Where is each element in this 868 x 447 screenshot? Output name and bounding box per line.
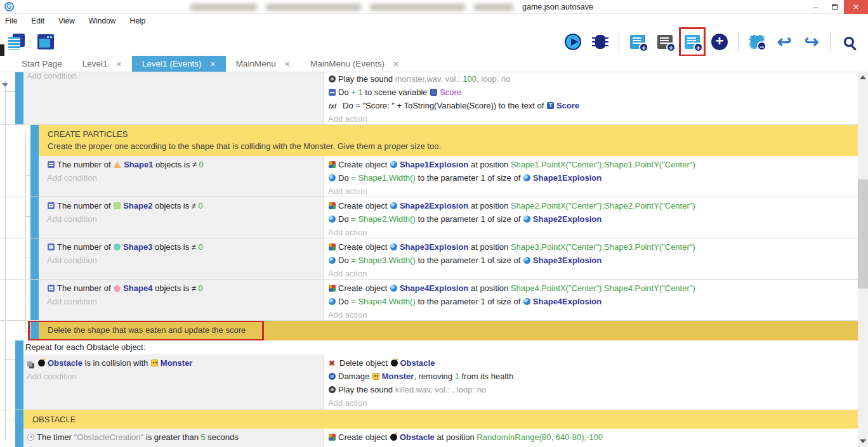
add-subevent-button[interactable]: + xyxy=(654,29,676,55)
toolbar-right: +++− xyxy=(562,29,863,55)
text-segment: at position xyxy=(468,242,511,252)
tab-close-icon[interactable]: × xyxy=(285,59,290,69)
comment-box[interactable]: Delete the shape that was eaten and upda… xyxy=(39,321,858,340)
tab-start-page[interactable]: Start Page xyxy=(11,56,72,72)
add-condition-button[interactable]: Add condition xyxy=(47,173,97,183)
scrollbar[interactable] xyxy=(858,72,868,447)
actions-cell[interactable]: Create object Shape2Explosion at positio… xyxy=(324,197,858,238)
debug-button[interactable] xyxy=(589,29,612,55)
conditions-cell[interactable]: Obstacle is in collision with MonsterAdd… xyxy=(23,354,324,410)
tab-mainmenu[interactable]: MainMenu× xyxy=(226,56,300,72)
scrollbar-thumb[interactable] xyxy=(858,179,868,288)
minimize-button[interactable]: – xyxy=(806,0,825,14)
delete-event-button[interactable]: − xyxy=(746,29,768,55)
text-segment: Shape3Explosion xyxy=(533,256,602,265)
add-condition-button[interactable]: Add condition xyxy=(47,256,97,265)
tab-label: Level1 (Events) xyxy=(142,59,202,68)
menu-window[interactable]: Window xyxy=(89,16,116,25)
collision-icon xyxy=(27,361,32,366)
add-action-button[interactable]: Add action xyxy=(328,310,367,320)
add-more-button[interactable] xyxy=(708,29,731,55)
text-segment: Create object xyxy=(338,432,390,442)
maximize-button[interactable] xyxy=(825,0,844,14)
text-segment: 0 xyxy=(199,160,204,169)
menu-file[interactable]: File xyxy=(5,16,17,25)
foreach-event[interactable]: Repeat for each Obstacle object:Obstacle… xyxy=(0,340,858,410)
text-segment: "ObstacleCreation" xyxy=(74,432,144,442)
text-segment: to the parameter 1 of size of xyxy=(416,173,523,183)
text-segment: Shape4.PointX("Center");Shape4.PointY("C… xyxy=(511,283,695,293)
close-button[interactable]: ✕ xyxy=(844,0,868,14)
menu-help[interactable]: Help xyxy=(130,16,146,25)
add-event-button[interactable]: + xyxy=(626,29,649,55)
conditions-cell[interactable]: The number of Shape4 objects is ≠ 0Add c… xyxy=(39,280,324,320)
conditions-cell[interactable]: The number of Shape3 objects is ≠ 0Add c… xyxy=(39,238,324,279)
menu-edit[interactable]: Edit xyxy=(31,16,44,25)
event-block[interactable]: The number of Shape2 objects is ≠ 0Add c… xyxy=(0,197,858,238)
event-block[interactable]: Add conditionPlay the sound monster.wav,… xyxy=(0,72,858,125)
text-segment: Score xyxy=(556,101,579,110)
add-action-button[interactable]: Add action xyxy=(328,114,367,124)
collapsed-panel-edge[interactable] xyxy=(0,44,4,56)
add-condition-button[interactable]: Add condition xyxy=(27,72,77,81)
menu-view[interactable]: View xyxy=(58,16,75,25)
comment-box[interactable]: OBSTACLE xyxy=(23,410,858,429)
undo-button[interactable] xyxy=(773,29,796,55)
comment-box[interactable]: CREATE PARTICLESCreate the proper one ac… xyxy=(39,125,858,156)
scene-editor-button[interactable] xyxy=(34,29,57,55)
scroll-down-icon[interactable] xyxy=(860,439,866,443)
tab-close-icon[interactable]: × xyxy=(393,59,398,69)
add-action-button[interactable]: Add action xyxy=(328,398,367,408)
event-highlight-bar xyxy=(15,429,23,447)
add-condition-button[interactable]: Add condition xyxy=(27,372,77,381)
comment-block[interactable]: OBSTACLE xyxy=(0,410,858,429)
text-segment: Do xyxy=(338,297,351,306)
conditions-cell[interactable]: The timer "ObstacleCreation" is greater … xyxy=(23,429,324,447)
conditions-cell[interactable]: The number of Shape2 objects is ≠ 0Add c… xyxy=(39,197,324,238)
tab-level1[interactable]: Level1× xyxy=(72,56,132,72)
add-condition-button[interactable]: Add condition xyxy=(47,214,97,224)
event-block[interactable]: The number of Shape3 objects is ≠ 0Add c… xyxy=(0,238,858,280)
preview-button[interactable] xyxy=(562,29,584,55)
add-more-icon xyxy=(711,34,728,50)
add-subevent-icon: + xyxy=(657,35,673,49)
event-block[interactable]: The timer "ObstacleCreation" is greater … xyxy=(0,429,858,447)
redo-button[interactable] xyxy=(800,29,823,55)
conditions-cell[interactable]: The number of Shape1 objects is ≠ 0Add c… xyxy=(39,156,324,197)
tab-label: Start Page xyxy=(22,59,62,68)
actions-cell[interactable]: Play the sound monster.wav, vol.: 100, l… xyxy=(324,72,858,124)
text-segment: seconds xyxy=(206,432,239,442)
actions-cell[interactable]: Create object Shape4Explosion at positio… xyxy=(324,280,858,320)
comment-block[interactable]: Delete the shape that was eaten and upda… xyxy=(0,321,858,340)
add-action-button[interactable]: Add action xyxy=(328,269,367,278)
particle-icon xyxy=(523,174,530,181)
add-action-button[interactable]: Add action xyxy=(328,228,367,237)
comment-title: CREATE PARTICLES xyxy=(48,128,852,140)
scroll-up-icon[interactable] xyxy=(860,75,866,79)
add-condition-button[interactable]: Add condition xyxy=(47,297,97,306)
text-segment: The timer xyxy=(37,432,74,442)
conditions-cell[interactable]: Add condition xyxy=(23,72,324,124)
tab-close-icon[interactable]: × xyxy=(211,59,216,69)
event-highlight-bar xyxy=(15,340,23,410)
blurred-title-text xyxy=(370,4,465,11)
text-segment: RandomInRange(80, 640-80);-100 xyxy=(477,432,603,442)
preview-icon xyxy=(565,34,581,50)
add-action-button[interactable]: Add action xyxy=(328,186,367,196)
comment-title: OBSTACLE xyxy=(32,413,852,425)
count-icon xyxy=(48,243,55,250)
project-manager-button[interactable] xyxy=(5,29,28,55)
actions-cell[interactable]: Create object Shape1Explosion at positio… xyxy=(324,156,858,197)
tab-close-icon[interactable]: × xyxy=(117,59,122,69)
actions-cell[interactable]: Create object Obstacle at position Rando… xyxy=(324,429,858,447)
tab-level1-events-[interactable]: Level1 (Events)× xyxy=(132,56,226,72)
search-button[interactable] xyxy=(838,29,860,55)
event-block[interactable]: The number of Shape4 objects is ≠ 0Add c… xyxy=(0,280,858,321)
tab-mainmenu-events-[interactable]: MainMenu (Events)× xyxy=(300,56,409,72)
comment-block[interactable]: CREATE PARTICLESCreate the proper one ac… xyxy=(0,125,858,156)
actions-cell[interactable]: Delete object ObstacleDamage Monster, re… xyxy=(324,354,858,410)
blurred-title-text xyxy=(190,4,257,11)
add-comment-button[interactable]: + xyxy=(681,29,704,55)
actions-cell[interactable]: Create object Shape3Explosion at positio… xyxy=(324,238,858,279)
event-block[interactable]: The number of Shape1 objects is ≠ 0Add c… xyxy=(0,156,858,197)
